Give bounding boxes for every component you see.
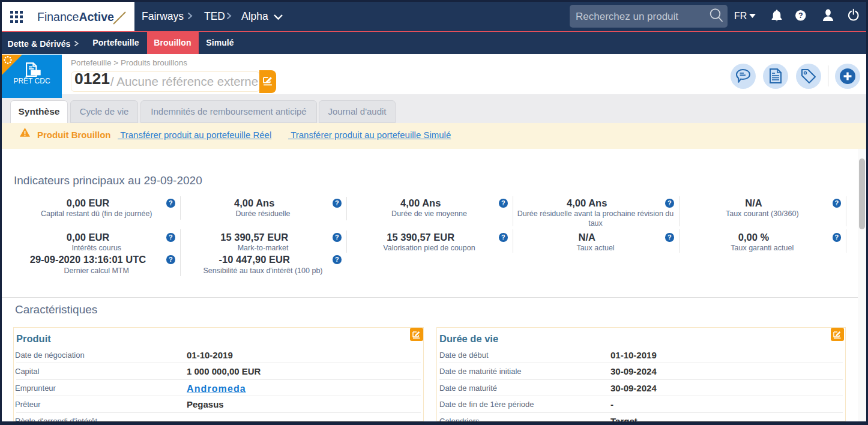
- svg-text:?: ?: [798, 11, 803, 20]
